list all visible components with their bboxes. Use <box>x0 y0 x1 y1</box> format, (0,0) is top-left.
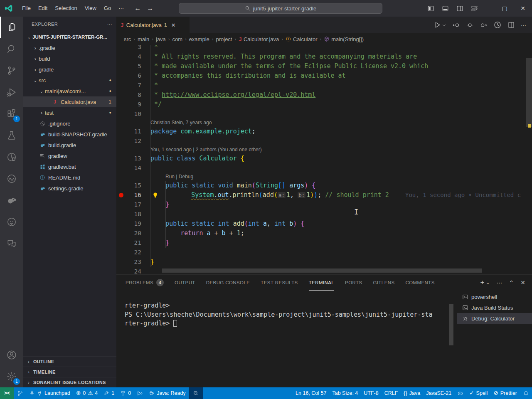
run-button[interactable] <box>433 21 441 29</box>
run-dropdown-icon[interactable] <box>442 23 446 27</box>
toggle-sidebar-icon[interactable] <box>427 5 434 12</box>
breadcrumb-item[interactable]: com <box>172 36 182 42</box>
editor-horizontal-scrollbar[interactable] <box>162 268 482 273</box>
status-jdk-item[interactable]: JavaSE-21 <box>423 387 454 399</box>
toggle-secondary-sidebar-icon[interactable] <box>456 5 463 12</box>
codelens-text[interactable]: Christian Stein, 7 years ago <box>150 120 212 126</box>
activity-sonarlint-button[interactable] <box>0 168 23 190</box>
code-editor[interactable]: 3 *4 * All rights reserved. This program… <box>116 45 532 274</box>
tree-item--gitignore[interactable]: .gitignore <box>23 118 116 129</box>
panel-tab-problems[interactable]: PROBLEMS4 <box>126 275 164 291</box>
panel-more-actions-icon[interactable]: ··· <box>497 279 502 286</box>
close-panel-icon[interactable]: ✕ <box>520 279 525 286</box>
status-cursor-position[interactable]: Ln 16, Col 57 <box>293 387 329 399</box>
activity-extensions-button[interactable]: 1 <box>0 103 23 125</box>
breakpoint-zone[interactable] <box>116 193 126 197</box>
breakpoint-icon[interactable] <box>119 193 123 197</box>
tree-item-gradle[interactable]: ›gradle <box>23 64 116 75</box>
status-java-ready-item[interactable]: Java: Ready <box>146 387 188 399</box>
tree-item-src[interactable]: ⌄src● <box>23 75 116 86</box>
menu-file[interactable]: File <box>18 0 34 17</box>
tree-item-build[interactable]: ›build <box>23 53 116 64</box>
panel-tab-ports[interactable]: PORTS <box>345 275 362 291</box>
split-editor-icon[interactable] <box>507 21 515 29</box>
remote-indicator[interactable]: >< <box>0 387 14 399</box>
breadcrumb-item[interactable]: project <box>216 36 232 42</box>
editor-vertical-scrollbar[interactable] <box>526 58 532 127</box>
tree-item-gradlew-bat[interactable]: gradlew.bat <box>23 161 116 172</box>
breadcrumb-item[interactable]: main(String[]) <box>331 36 364 42</box>
account-button[interactable] <box>0 344 23 366</box>
file-history-icon[interactable] <box>493 21 502 29</box>
codelens-debug-link[interactable]: Debug <box>179 174 193 180</box>
panel-tab-debug-console[interactable]: DEBUG CONSOLE <box>206 275 250 291</box>
status-tab-size[interactable]: Tab Size: 4 <box>329 387 361 399</box>
activity-run-debug-button[interactable] <box>0 81 23 103</box>
command-center-search[interactable]: junit5-jupiter-starter-gradle <box>179 3 382 14</box>
terminal-scrollbar[interactable] <box>449 304 453 345</box>
terminal[interactable]: rter-gradle>PS C:\Users\sheche\Documents… <box>116 291 532 387</box>
status-ports-item[interactable]: 0 <box>117 387 134 399</box>
status-language-mode[interactable]: {}Java <box>401 387 423 399</box>
tree-item-junit5-jupiter-starter-gr-[interactable]: ⌄JUNIT5-JUPITER-STARTER-GR... <box>23 32 116 42</box>
tree-item-test[interactable]: ›test● <box>23 107 116 118</box>
status-encoding[interactable]: UTF-8 <box>361 387 381 399</box>
breadcrumb-item[interactable]: src <box>124 36 131 42</box>
breadcrumb-item[interactable]: java <box>156 36 166 42</box>
status-java-debug-item[interactable] <box>134 387 146 399</box>
close-window-button[interactable]: ✕ <box>514 5 532 12</box>
explorer-more-actions[interactable]: ··· <box>107 22 112 27</box>
breadcrumb-item[interactable]: Calculator.java <box>244 36 279 42</box>
menu-view[interactable]: View <box>81 0 100 17</box>
editor-more-actions-icon[interactable]: ··· <box>521 22 526 28</box>
status-prettier-item[interactable]: ⊘Prettier <box>490 387 520 399</box>
status-launchpad-item[interactable]: Launchpad <box>26 387 73 399</box>
menu-edit[interactable]: Edit <box>34 0 51 17</box>
menu-go[interactable]: Go <box>100 0 115 17</box>
panel-tab-test-results[interactable]: TEST RESULTS <box>261 275 298 291</box>
settings-button[interactable]: 1 <box>0 366 23 387</box>
maximize-button[interactable]: ▢ <box>495 5 514 12</box>
panel-tab-output[interactable]: OUTPUT <box>175 275 195 291</box>
activity-gitlens-button[interactable] <box>0 146 23 168</box>
status-eol[interactable]: CRLF <box>382 387 401 399</box>
minimize-button[interactable]: – <box>477 5 495 12</box>
menu-selection[interactable]: Selection <box>51 0 81 17</box>
panel-tab-gitlens[interactable]: GITLENS <box>373 275 394 291</box>
breadcrumb-item[interactable]: Calculator <box>293 36 318 42</box>
tab-close-icon[interactable]: ✕ <box>171 22 176 28</box>
activity-source-control-button[interactable] <box>0 60 23 81</box>
menu-moremoremore[interactable]: ··· <box>115 0 128 17</box>
terminal-instance-java-build-status[interactable]: Java Build Status <box>457 302 532 313</box>
previous-change-icon[interactable] <box>452 21 460 29</box>
tree-item--gradle[interactable]: ›.gradle <box>23 42 116 53</box>
activity-search-button[interactable] <box>0 38 23 60</box>
terminal-instance-powershell[interactable]: powershell <box>457 291 532 302</box>
section-sonarlint-issue-locations[interactable]: ›SONARLINT ISSUE LOCATIONS <box>23 377 116 387</box>
section-outline[interactable]: ›OUTLINE <box>23 356 116 367</box>
next-change-icon[interactable] <box>480 21 488 29</box>
breadcrumb-item[interactable]: main <box>138 36 149 42</box>
status-zoom-item[interactable] <box>189 387 203 399</box>
tree-item-gradlew[interactable]: gradlew <box>23 150 116 161</box>
activity-explorer-button[interactable] <box>0 17 23 38</box>
activity-gradle-button[interactable] <box>0 190 23 211</box>
breadcrumb-item[interactable]: example <box>189 36 209 42</box>
panel-tab-terminal[interactable]: TERMINAL <box>309 275 334 291</box>
tree-item-calculator-java[interactable]: JCalculator.java1 <box>23 96 116 107</box>
terminal-dropdown-icon[interactable]: ⌄ <box>485 280 490 286</box>
status-spell-item[interactable]: ✓Spell <box>466 387 490 399</box>
status-branch-item[interactable] <box>14 387 26 399</box>
status-notifications-item[interactable] <box>520 387 532 399</box>
tree-item-build-gradle[interactable]: build.gradle <box>23 140 116 150</box>
tab-calculator-java[interactable]: J Calculator.java 1 ✕ <box>116 17 190 33</box>
terminal-instance-debug-calculator[interactable]: Debug: Calculator <box>457 313 532 324</box>
activity-github-button[interactable] <box>0 211 23 233</box>
section-timeline[interactable]: ›TIMELINE <box>23 367 116 377</box>
tree-item-settings-gradle[interactable]: settings.gradle <box>23 183 116 194</box>
codelens-run-link[interactable]: Run <box>165 174 175 180</box>
nav-back-button[interactable]: ← <box>134 5 141 12</box>
codelens-text[interactable]: You, 1 second ago | 2 authors (You and o… <box>150 147 262 153</box>
status-copilot-item[interactable] <box>454 387 466 399</box>
tree-item-readme-md[interactable]: README.md <box>23 172 116 183</box>
